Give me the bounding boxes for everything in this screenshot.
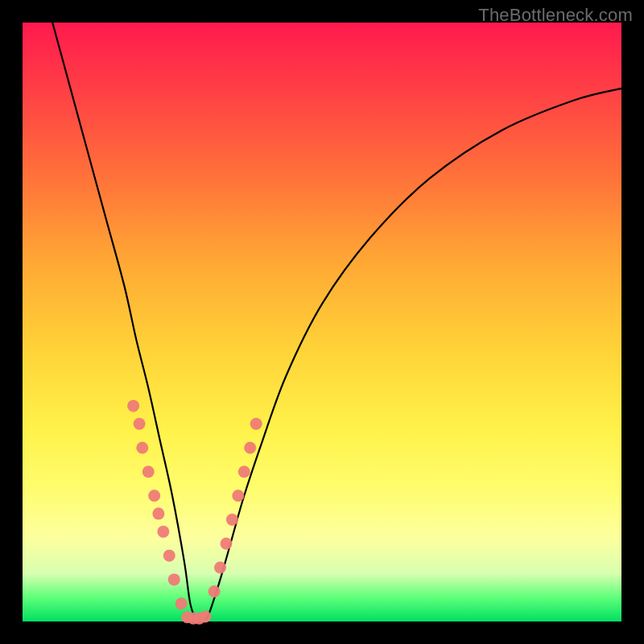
trough-dots-dot [199,611,211,623]
left-arm-dots-dot [127,400,139,412]
right-arm-dots-dot [220,538,232,550]
left-arm-dots-dot [168,573,180,585]
bottleneck-curve-path [52,23,621,620]
left-arm-dots-dot [152,508,164,520]
left-arm-dots-dot [148,489,160,502]
right-arm-dots-dot [244,442,256,454]
right-arm-dots-dot [238,466,250,478]
right-arm-dots-dot [250,418,262,430]
plot-area [23,23,621,621]
left-arm-dots-dot [163,550,175,562]
left-arm-dots-dot [136,442,148,454]
right-arm-dots-dot [226,514,238,526]
left-arm-dots-dot [157,526,169,538]
left-arm-dots-dot [175,597,188,609]
left-arm-dots-dot [142,466,155,478]
chart-svg [23,23,621,621]
right-arm-dots-dot [232,489,244,502]
right-arm-dots-dot [214,562,226,574]
watermark-text: TheBottleneck.com [478,5,633,26]
curve-layer [52,23,621,620]
marker-layer [127,400,262,625]
right-arm-dots-dot [208,585,221,597]
outer-frame: TheBottleneck.com [0,0,644,644]
left-arm-dots-dot [134,418,146,430]
